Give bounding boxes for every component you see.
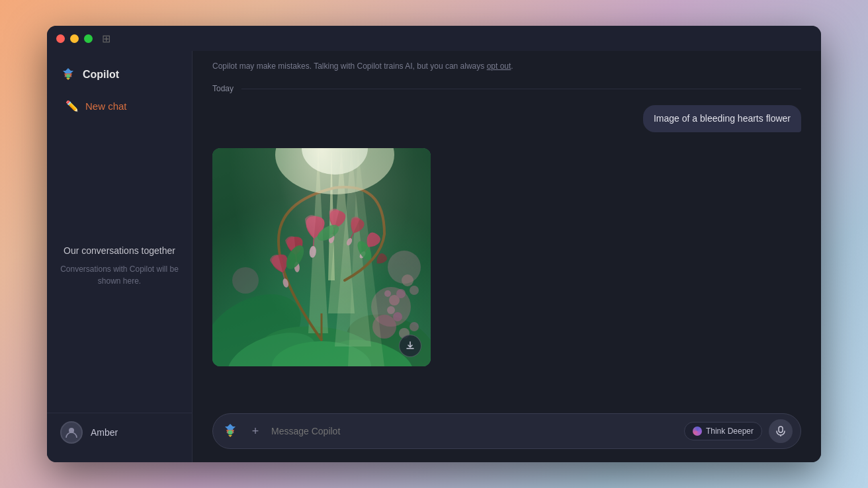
new-chat-button[interactable]: ✏️ New chat [52,93,187,119]
input-container: + Think Deeper [212,413,801,449]
sidebar-empty-state: Our conversations together Conversations… [47,119,192,413]
main-layout: Copilot ✏️ New chat Our conversations to… [47,51,821,462]
minimize-button[interactable] [70,34,79,43]
user-message-text: Image of a bleeding hearts flower [654,113,791,124]
user-name: Amber [91,427,118,438]
date-label: Today [212,84,234,93]
generated-image-container [212,148,431,366]
message-input[interactable] [271,426,677,436]
assistant-message-row [212,143,801,366]
sidebar-toggle-icon[interactable]: ⊞ [102,32,110,45]
disclaimer-text: Copilot may make mistakes. Talking with … [212,60,801,72]
svg-point-38 [387,306,395,314]
generated-image [212,148,431,366]
sidebar-empty-title: Our conversations together [64,245,175,258]
new-chat-icon: ✏️ [65,100,79,112]
think-deeper-label: Think Deeper [706,427,754,436]
date-line [241,89,801,89]
user-avatar-icon [65,426,78,439]
svg-point-40 [384,290,391,297]
svg-point-11 [232,267,259,294]
add-attachment-button[interactable]: + [246,422,265,440]
svg-point-42 [410,286,419,295]
sidebar-empty-subtitle: Conversations with Copilot will be shown… [60,263,179,287]
svg-point-39 [393,312,402,321]
voice-input-button[interactable] [769,419,793,443]
svg-point-44 [410,322,419,331]
opt-out-link[interactable]: opt out [487,61,511,71]
traffic-lights [56,34,93,43]
date-divider: Today [193,79,821,99]
copilot-logo-icon [60,67,76,83]
microphone-icon [775,426,786,436]
app-window: ⊞ Copilot ✏️ New chat Our conversation [47,26,821,462]
light-rays-svg [212,148,431,366]
think-deeper-icon [693,427,702,436]
maximize-button[interactable] [84,34,93,43]
chat-header: Copilot may make mistakes. Talking with … [193,51,821,79]
download-icon [405,341,415,351]
download-image-button[interactable] [399,335,421,357]
close-button[interactable] [56,34,65,43]
svg-rect-48 [779,427,783,432]
chat-area: Copilot may make mistakes. Talking with … [193,51,821,462]
svg-point-41 [402,274,413,286]
user-avatar [60,421,83,444]
new-chat-label: New chat [85,101,127,112]
user-message-bubble: Image of a bleeding hearts flower [643,105,801,132]
message-row: Image of a bleeding hearts flower [212,105,801,132]
svg-point-47 [228,430,233,435]
title-bar: ⊞ [47,26,821,51]
sidebar: Copilot ✏️ New chat Our conversations to… [47,51,193,462]
think-deeper-button[interactable]: Think Deeper [684,422,762,440]
input-area: + Think Deeper [193,405,821,462]
sidebar-user[interactable]: Amber [47,413,192,452]
chat-messages[interactable]: Image of a bleeding hearts flower [193,99,821,405]
input-copilot-icon [221,422,239,440]
svg-point-0 [66,74,70,78]
sidebar-logo: Copilot [47,61,192,93]
app-name: Copilot [83,69,119,81]
svg-point-37 [396,289,406,298]
